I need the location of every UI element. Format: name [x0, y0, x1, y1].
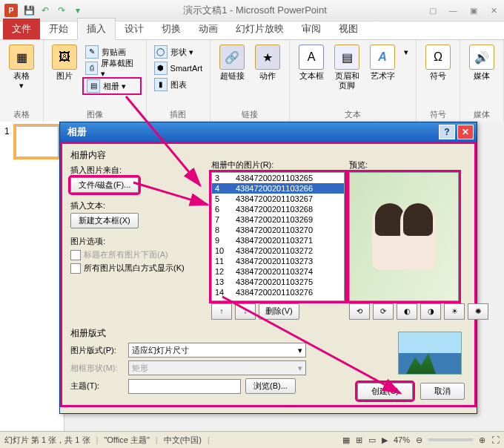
- new-textbox-button[interactable]: 新建文本框(X): [70, 213, 139, 228]
- tab-insert[interactable]: 插入: [77, 18, 116, 40]
- qat-dropdown-icon[interactable]: ▾: [72, 4, 84, 16]
- photo-album-button[interactable]: ▤相册 ▾: [82, 77, 141, 95]
- list-item[interactable]: 1043847200201103272: [212, 246, 344, 256]
- album-content-label: 相册内容: [70, 149, 204, 162]
- pics-in-album-label: 相册中的图片(R):: [211, 159, 345, 171]
- shapes-button[interactable]: ◯形状 ▾: [151, 45, 205, 59]
- headerfooter-icon: ▤: [334, 45, 359, 70]
- brightness-down-button[interactable]: ✺: [468, 303, 488, 320]
- list-item[interactable]: 543847200201103267: [212, 194, 344, 204]
- rotate-left-button[interactable]: ⟲: [349, 303, 370, 320]
- cancel-button[interactable]: 取消: [420, 383, 465, 400]
- smartart-button[interactable]: ⬢SmartArt: [151, 61, 205, 76]
- shapes-icon: ◯: [154, 45, 168, 59]
- fit-window-icon[interactable]: ⛶: [491, 435, 500, 444]
- view-reading-icon[interactable]: ▭: [368, 435, 376, 445]
- list-item[interactable]: 443847200201103266: [212, 183, 344, 194]
- zoom-out-icon[interactable]: ⊖: [416, 435, 422, 445]
- restore-icon[interactable]: ▣: [465, 6, 483, 16]
- chart-button[interactable]: ▮图表: [151, 77, 205, 92]
- dialog-titlebar[interactable]: 相册 ? ✕: [60, 122, 477, 142]
- rotate-right-button[interactable]: ⟳: [373, 303, 394, 320]
- hyperlink-button[interactable]: 🔗超链接: [215, 43, 249, 108]
- album-picture-list[interactable]: 3438472002011032654438472002011032665438…: [211, 172, 345, 301]
- ribbon: ▦ 表格▾ 表格 🖼 图片 ✎剪贴画 ⎙屏幕截图 ▾ ▤相册 ▾ 图像 ◯形状 …: [0, 40, 504, 122]
- action-button[interactable]: ★动作: [251, 43, 285, 108]
- list-item[interactable]: 643847200201103268: [212, 204, 344, 214]
- zoom-slider[interactable]: [428, 438, 473, 441]
- frame-shape-label: 相框形状(M):: [70, 363, 124, 374]
- slide-thumbnail[interactable]: [16, 126, 59, 157]
- wordart-button[interactable]: A艺术字: [365, 43, 399, 108]
- create-button[interactable]: 创建(C): [357, 383, 413, 400]
- view-sorter-icon[interactable]: ⊞: [356, 435, 362, 445]
- tab-slideshow[interactable]: 幻灯片放映: [227, 19, 293, 39]
- minimize-icon[interactable]: —: [444, 6, 462, 15]
- screenshot-button[interactable]: ⎙屏幕截图 ▾: [82, 61, 141, 76]
- move-down-button[interactable]: ↓: [235, 303, 256, 320]
- tab-design[interactable]: 设计: [116, 19, 153, 39]
- dialog-body: 相册内容 插入图片来自: 文件/磁盘(F)... 插入文本: 新建文本框(X) …: [60, 142, 477, 407]
- chart-icon: ▮: [154, 78, 168, 91]
- tab-animations[interactable]: 动画: [190, 19, 227, 39]
- bw-checkbox-row[interactable]: 所有图片以黑白方式显示(K): [70, 263, 204, 274]
- theme-input[interactable]: [128, 379, 241, 394]
- headerfooter-button[interactable]: ▤页眉和页脚: [330, 43, 364, 108]
- list-item[interactable]: 1443847200201103276: [212, 287, 344, 297]
- textbox-button[interactable]: A文本框: [294, 43, 328, 108]
- list-item[interactable]: 1243847200201103274: [212, 266, 344, 277]
- brightness-up-button[interactable]: ☀: [444, 303, 465, 320]
- save-icon[interactable]: 💾: [23, 4, 35, 16]
- caption-checkbox: [70, 250, 81, 260]
- group-text-label: 文本: [345, 108, 361, 122]
- pic-layout-select[interactable]: 适应幻灯片尺寸▾: [128, 343, 306, 358]
- view-slideshow-icon[interactable]: ▶: [382, 435, 388, 445]
- tab-transitions[interactable]: 切换: [153, 19, 190, 39]
- status-zoom[interactable]: 47%: [394, 435, 410, 444]
- tab-home[interactable]: 开始: [40, 19, 77, 39]
- text-more-button[interactable]: ▾: [401, 45, 411, 59]
- remove-button[interactable]: 删除(V): [259, 303, 299, 320]
- list-item[interactable]: 843847200201103270: [212, 225, 344, 235]
- contrast-down-button[interactable]: ◑: [420, 303, 441, 320]
- list-item[interactable]: 1343847200201103275: [212, 277, 344, 287]
- close-icon[interactable]: ✕: [485, 6, 503, 16]
- dialog-help-button[interactable]: ?: [439, 125, 455, 139]
- list-item[interactable]: 943847200201103271: [212, 235, 344, 246]
- symbol-button[interactable]: Ω符号: [421, 43, 455, 108]
- preview-label: 预览:: [349, 159, 459, 171]
- tab-view[interactable]: 视图: [330, 19, 367, 39]
- clipart-button[interactable]: ✎剪贴画: [82, 45, 141, 59]
- group-tables-label: 表格: [13, 108, 30, 122]
- contrast-up-button[interactable]: ◐: [397, 303, 417, 320]
- media-label: 媒体: [474, 71, 490, 81]
- list-item[interactable]: 343847200201103265: [212, 173, 344, 183]
- table-button[interactable]: ▦ 表格▾: [4, 43, 39, 108]
- zoom-in-icon[interactable]: ⊕: [479, 435, 485, 445]
- dialog-close-button[interactable]: ✕: [457, 125, 474, 139]
- clipart-label: 剪贴画: [102, 47, 126, 58]
- bw-checkbox[interactable]: [70, 263, 81, 274]
- group-links-label: 链接: [242, 108, 258, 122]
- picture-button[interactable]: 🖼 图片: [48, 43, 81, 108]
- file-disk-button[interactable]: 文件/磁盘(F)...: [70, 177, 139, 193]
- slide-number: 1: [4, 126, 10, 157]
- wordart-label: 艺术字: [371, 71, 395, 81]
- group-illustrations: ◯形状 ▾ ⬢SmartArt ▮图表 插图: [147, 40, 210, 122]
- status-language[interactable]: 中文(中国): [164, 435, 202, 446]
- list-item[interactable]: 743847200201103269: [212, 214, 344, 225]
- minimize-ribbon-icon[interactable]: ▢: [424, 6, 442, 16]
- pic-layout-label: 图片版式(P):: [70, 345, 124, 356]
- view-normal-icon[interactable]: ▦: [342, 435, 350, 445]
- move-up-button[interactable]: ↑: [211, 303, 232, 320]
- redo-icon[interactable]: ↷: [56, 4, 67, 16]
- browse-button[interactable]: 浏览(B)...: [245, 378, 296, 394]
- chevron-down-icon: ▾: [298, 363, 302, 373]
- list-item[interactable]: 1143847200201103273: [212, 256, 344, 266]
- tab-review[interactable]: 审阅: [293, 19, 330, 39]
- tab-file[interactable]: 文件: [3, 19, 40, 39]
- group-tables: ▦ 表格▾ 表格: [0, 40, 44, 122]
- media-button[interactable]: 🔊媒体: [465, 43, 499, 108]
- frame-shape-value: 矩形: [132, 363, 148, 374]
- undo-icon[interactable]: ↶: [39, 4, 51, 16]
